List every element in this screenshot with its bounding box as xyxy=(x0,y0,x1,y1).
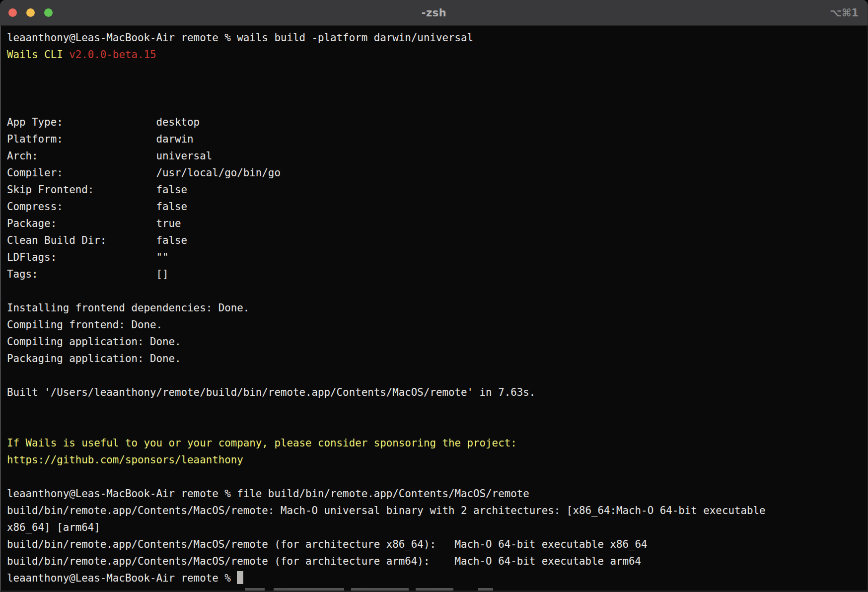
terminal-text-segment: v2.0.0-beta.15 xyxy=(69,49,156,61)
terminal-line: build/bin/remote.app/Contents/MacOS/remo… xyxy=(7,502,868,519)
terminal-line: Installing frontend dependencies: Done. xyxy=(7,299,868,316)
terminal-output-area[interactable]: leaanthony@Leas-MacBook-Air remote % wai… xyxy=(0,26,868,592)
terminal-text-segment: leaanthony@Leas-MacBook-Air remote % xyxy=(7,572,237,584)
terminal-line xyxy=(7,283,868,299)
terminal-line: If Wails is useful to you or your compan… xyxy=(7,435,868,451)
terminal-line: leaanthony@Leas-MacBook-Air remote % fil… xyxy=(7,485,868,502)
terminal-text-segment: x86_64] [arm64] xyxy=(7,521,100,533)
terminal-line: https://github.com/sponsors/leaanthony xyxy=(7,451,868,468)
window-shortcut-badge: ⌥⌘1 xyxy=(830,0,859,25)
terminal-line: Compiling frontend: Done. xyxy=(7,316,868,333)
terminal-text-segment: Installing frontend dependencies: Done. xyxy=(7,302,249,314)
terminal-line xyxy=(7,401,868,418)
terminal-line: LDFlags: "" xyxy=(7,249,868,266)
close-button[interactable] xyxy=(8,8,17,17)
terminal-text-segment: Compiler: /usr/local/go/bin/go xyxy=(7,167,281,179)
terminal-line xyxy=(7,63,868,80)
terminal-text-segment: Arch: universal xyxy=(7,150,212,162)
terminal-text-segment: Compiling frontend: Done. xyxy=(7,319,162,331)
terminal-line: Tags: [] xyxy=(7,266,868,283)
terminal-line: leaanthony@Leas-MacBook-Air remote % xyxy=(7,570,868,587)
terminal-text-segment: leaanthony@Leas-MacBook-Air remote % wai… xyxy=(7,32,473,44)
terminal-text-segment: LDFlags: "" xyxy=(7,251,169,263)
terminal-line: x86_64] [arm64] xyxy=(7,519,868,536)
terminal-text-segment: build/bin/remote.app/Contents/MacOS/remo… xyxy=(7,505,766,517)
terminal-text-segment: Tags: [] xyxy=(7,268,169,280)
terminal-text-segment: Clean Build Dir: false xyxy=(7,234,187,246)
terminal-line xyxy=(7,367,868,384)
terminal-cursor xyxy=(237,571,243,584)
terminal-line xyxy=(7,468,868,485)
terminal-line: Built '/Users/leaanthony/remote/build/bi… xyxy=(7,384,868,401)
terminal-line: build/bin/remote.app/Contents/MacOS/remo… xyxy=(7,536,868,553)
terminal-line: Compiling application: Done. xyxy=(7,333,868,350)
terminal-line: Package: true xyxy=(7,215,868,232)
terminal-line: build/bin/remote.app/Contents/MacOS/remo… xyxy=(7,553,868,570)
minimize-button[interactable] xyxy=(26,8,35,17)
terminal-line: Compiler: /usr/local/go/bin/go xyxy=(7,164,868,181)
terminal-text-segment: Built '/Users/leaanthony/remote/build/bi… xyxy=(7,386,535,398)
terminal-line: App Type: desktop xyxy=(7,114,868,131)
terminal-line: Compress: false xyxy=(7,198,868,215)
terminal-text-segment: Packaging application: Done. xyxy=(7,353,181,365)
terminal-text-segment: leaanthony@Leas-MacBook-Air remote % fil… xyxy=(7,488,529,500)
terminal-line: Skip Frontend: false xyxy=(7,181,868,198)
titlebar[interactable]: -zsh ⌥⌘1 xyxy=(0,0,868,26)
terminal-line: Arch: universal xyxy=(7,148,868,164)
terminal-line: Wails CLI v2.0.0-beta.15 xyxy=(7,46,868,63)
terminal-text-segment: Compress: false xyxy=(7,201,187,213)
traffic-lights xyxy=(8,0,53,25)
terminal-text-segment: Wails CLI xyxy=(7,49,69,61)
terminal-text-segment: App Type: desktop xyxy=(7,116,200,128)
terminal-text-segment: https://github.com/sponsors/leaanthony xyxy=(7,454,243,466)
terminal-text-segment: Compiling application: Done. xyxy=(7,336,181,348)
terminal-line xyxy=(7,418,868,435)
terminal-line xyxy=(7,97,868,114)
terminal-line xyxy=(7,80,868,97)
terminal-line: Clean Build Dir: false xyxy=(7,232,868,249)
terminal-text-segment: build/bin/remote.app/Contents/MacOS/remo… xyxy=(7,538,648,550)
terminal-text-segment: build/bin/remote.app/Contents/MacOS/remo… xyxy=(7,555,641,567)
terminal-text-segment: Package: true xyxy=(7,218,181,229)
terminal-line: leaanthony@Leas-MacBook-Air remote % wai… xyxy=(7,29,868,46)
terminal-text-segment: Skip Frontend: false xyxy=(7,184,187,196)
terminal-line: Platform: darwin xyxy=(7,131,868,148)
zoom-button[interactable] xyxy=(44,8,53,17)
terminal-text-segment: Platform: darwin xyxy=(7,133,194,145)
terminal-line: Packaging application: Done. xyxy=(7,350,868,367)
window-title: -zsh xyxy=(422,7,446,19)
terminal-text-segment: If Wails is useful to you or your compan… xyxy=(7,437,517,449)
terminal-window: -zsh ⌥⌘1 leaanthony@Leas-MacBook-Air rem… xyxy=(0,0,868,592)
